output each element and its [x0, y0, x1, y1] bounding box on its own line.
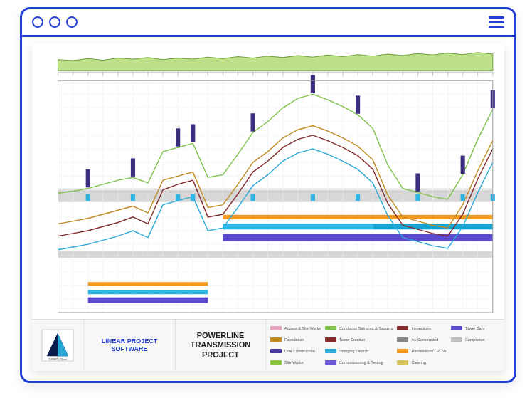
svg-rect-87	[88, 290, 208, 294]
legend-item: As-Constructed	[397, 335, 446, 345]
software-label: LINEAR PROJECT SOFTWARE	[84, 320, 176, 371]
legend-label: Conductor Stringing & Sagging	[339, 326, 393, 330]
svg-rect-101	[176, 194, 180, 201]
browser-window: TURBO | Chart LINEAR PROJECT SOFTWARE PO…	[20, 7, 516, 383]
control-dot[interactable]	[66, 16, 78, 28]
legend-label: Tower Erection	[339, 337, 365, 342]
legend-item: Commissioning & Testing	[325, 357, 393, 367]
menu-icon[interactable]	[489, 16, 504, 28]
titlebar	[22, 9, 514, 37]
footer: TURBO | Chart LINEAR PROJECT SOFTWARE PO…	[32, 319, 504, 371]
svg-rect-88	[88, 298, 208, 303]
legend-swatch	[397, 326, 408, 330]
svg-rect-102	[191, 194, 195, 201]
window-controls	[32, 16, 78, 28]
legend-item: Tower Erection	[325, 335, 393, 345]
legend-label: Tower Bars	[465, 326, 485, 330]
legend-swatch	[270, 326, 282, 330]
legend-item: Clearing	[397, 357, 446, 367]
legend-label: Clearing	[411, 360, 425, 365]
legend-swatch	[397, 349, 408, 353]
legend-item: Foundation	[270, 335, 321, 345]
legend-swatch	[397, 360, 408, 365]
legend-swatch	[325, 337, 336, 342]
legend-swatch	[325, 326, 336, 330]
legend-item: Possessions / ROW	[397, 346, 446, 356]
legend-label: Completion	[465, 337, 485, 342]
legend-item: Conductor Stringing & Sagging	[325, 323, 393, 333]
legend-swatch	[270, 349, 282, 353]
svg-rect-104	[311, 194, 315, 201]
legend-item: Inspections	[397, 323, 446, 333]
legend-item	[451, 357, 500, 367]
logo-caption: TURBO | Chart	[48, 358, 68, 361]
svg-rect-85	[223, 234, 492, 241]
legend-swatch	[451, 349, 462, 353]
svg-rect-82	[223, 215, 492, 219]
svg-rect-97	[461, 156, 465, 174]
legend-swatch	[325, 349, 336, 353]
legend-label: Inspections	[411, 326, 431, 330]
legend-label: Access & Site Works	[284, 326, 321, 330]
svg-rect-103	[251, 194, 255, 201]
svg-rect-105	[356, 194, 360, 201]
legend-item: Line Construction	[270, 346, 321, 356]
legend-item: Access & Site Works	[270, 323, 321, 333]
svg-rect-92	[191, 125, 195, 142]
svg-rect-84	[373, 224, 493, 229]
svg-rect-89	[86, 169, 90, 187]
svg-rect-86	[88, 282, 208, 286]
legend-item: Completion	[451, 335, 500, 345]
time-distance-chart	[32, 43, 504, 320]
legend-swatch	[397, 337, 408, 342]
svg-rect-99	[86, 194, 90, 201]
content-panel: TURBO | Chart LINEAR PROJECT SOFTWARE PO…	[32, 43, 504, 371]
legend-label: Foundation	[284, 337, 304, 342]
legend-item: Tower Bars	[451, 323, 500, 333]
svg-rect-83	[223, 224, 373, 229]
legend-swatch	[451, 326, 462, 330]
svg-rect-107	[461, 194, 465, 201]
control-dot[interactable]	[49, 16, 60, 28]
legend-swatch	[270, 360, 282, 365]
svg-rect-93	[251, 113, 255, 131]
legend-swatch	[451, 337, 462, 342]
legend-label: Commissioning & Testing	[339, 360, 383, 365]
legend-label: Line Construction	[284, 349, 315, 353]
svg-rect-90	[131, 158, 135, 176]
svg-rect-33	[58, 251, 493, 258]
legend-item	[451, 346, 500, 356]
legend-label: As-Constructed	[411, 337, 438, 342]
legend-swatch	[270, 337, 282, 342]
svg-rect-94	[311, 75, 315, 93]
project-title: POWERLINE TRANSMISSION PROJECT	[176, 320, 266, 371]
legend: Access & Site WorksConductor Stringing &…	[266, 320, 504, 371]
legend-item: Stringing Launch	[325, 346, 393, 356]
legend-swatch	[451, 360, 462, 365]
control-dot[interactable]	[32, 16, 43, 28]
legend-item: Site Works	[270, 357, 321, 367]
legend-swatch	[325, 360, 336, 365]
legend-label: Stringing Launch	[339, 349, 368, 353]
legend-label: Possessions / ROW	[411, 349, 446, 353]
svg-rect-106	[415, 194, 420, 201]
svg-rect-95	[356, 95, 360, 113]
svg-rect-91	[176, 128, 180, 146]
logo: TURBO | Chart	[32, 320, 84, 371]
legend-label: Site Works	[284, 360, 304, 365]
svg-rect-96	[415, 174, 420, 192]
svg-rect-100	[131, 194, 135, 201]
